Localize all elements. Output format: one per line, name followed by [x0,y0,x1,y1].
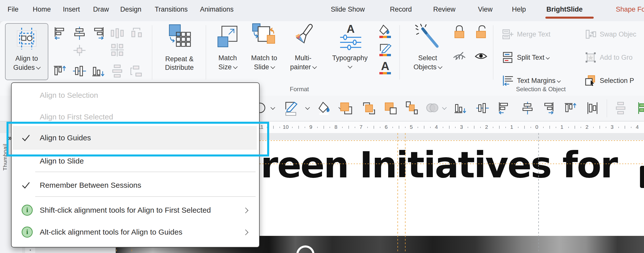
match-size-button[interactable]: Match Size [211,23,244,79]
ruler-tick [568,127,569,128]
tab-shape-format[interactable]: Shape Fo [616,6,644,13]
ruler-number: 3 [460,124,463,130]
distribute-vertically-icon[interactable] [111,65,124,79]
add-to-group-button[interactable]: Add to Gro [585,51,633,64]
center-on-slide-icon[interactable] [73,44,86,57]
shape-fill-icon[interactable] [316,101,332,116]
ruler-tick [499,126,500,129]
swap-objects-button[interactable]: Swap Objec [585,28,636,40]
send-backward-icon[interactable] [384,101,398,116]
group-label-selection-object: Selection & Object [516,86,566,93]
align-left-icon[interactable] [53,27,66,41]
ruler-tick [480,127,481,128]
selection-pane-label: Selection P [600,77,634,85]
align-center-icon[interactable] [521,102,534,115]
align-right-icon[interactable] [92,27,105,41]
grid-align-icon[interactable] [111,43,124,57]
horizontal-gap-icon[interactable] [130,27,143,41]
tab-record[interactable]: Record [390,6,412,13]
merge-text-button[interactable]: Merge Text [502,28,550,40]
align-middle-icon[interactable] [73,65,86,79]
tab-design[interactable]: Design [120,6,141,13]
align-center-icon[interactable] [73,27,86,41]
selection-pane-button[interactable]: Selection P [585,75,634,87]
menu-separator [35,196,256,197]
info-icon: i [22,205,33,216]
chevron-down-icon [557,79,561,83]
text-color-icon[interactable]: A [378,60,392,77]
menu-item-remember-between-sessions[interactable]: Remember Between Sessions [40,181,141,189]
guide-vertical-b[interactable] [405,133,406,253]
text-margins-button[interactable]: Text Margins [502,75,560,87]
ruler-number: 2 [485,124,488,130]
tab-animations[interactable]: Animations [200,6,234,13]
bring-to-front-icon[interactable] [339,101,353,116]
lock-icon[interactable] [453,25,466,41]
chevron-down-icon[interactable] [270,105,275,110]
align-top-icon[interactable] [564,102,577,115]
ribbon-separator [206,25,206,80]
tab-transitions[interactable]: Transitions [155,6,188,13]
outline-color-icon[interactable] [378,42,392,58]
align-bottom-icon[interactable] [454,102,467,115]
chevron-down-icon [348,64,352,68]
unlock-icon[interactable] [474,25,489,41]
align-left-green-icon[interactable] [637,102,644,115]
distribute-vertically-disabled-icon[interactable] [614,102,627,115]
menu-item-alt-click-info[interactable]: Alt-click alignment tools for Align to G… [40,228,182,236]
select-objects-button[interactable]: Select Objects [408,23,448,79]
slide-title-text[interactable]: reen Initiatives for [261,144,617,186]
tab-file[interactable]: File [8,6,19,13]
reorder-objects-icon[interactable] [405,101,418,116]
menu-item-shift-click-info[interactable]: Shift-click alignment tools for Align to… [40,206,211,214]
tab-draw[interactable]: Draw [93,6,109,13]
split-text-button[interactable]: Split Text [502,51,549,64]
hide-object-icon[interactable] [453,50,466,62]
align-bottom-icon[interactable] [92,65,105,79]
typography-button[interactable]: A Typography [327,23,373,79]
match-to-slide-button[interactable]: Match to Slide [247,23,282,79]
distribute-horizontally-icon[interactable] [111,27,124,41]
distribute-horizontally-icon[interactable] [586,102,599,115]
repeat-distribute-button[interactable]: Repeat & Distribute [155,23,203,79]
tab-brightslide[interactable]: BrightSlide [546,6,583,13]
menu-item-align-to-slide[interactable]: Align to Slide [40,157,84,165]
tab-insert[interactable]: Insert [63,6,80,13]
menu-item-align-to-selection[interactable]: Align to Selection [40,91,98,100]
align-right-icon[interactable] [542,102,555,115]
show-object-icon[interactable] [474,50,488,62]
fill-color-icon[interactable] [378,24,392,40]
ruler-tick [355,127,355,128]
align-top-icon[interactable] [53,65,66,79]
tab-help[interactable]: Help [512,6,526,13]
chevron-down-icon[interactable] [442,105,447,110]
shape-outline-icon[interactable] [283,100,298,117]
active-tab-underline [545,17,594,19]
chevron-down-icon[interactable] [305,105,310,110]
ruler-number: 7 [359,124,363,130]
align-to-guides-button[interactable]: Align to Guides [5,23,48,80]
align-left-icon[interactable] [498,102,510,115]
merge-shapes-icon[interactable] [426,102,439,115]
tab-review[interactable]: Review [433,6,456,13]
tab-slide-show[interactable]: Slide Show [331,6,365,13]
vertical-gap-icon[interactable] [130,65,143,79]
tab-view[interactable]: View [478,6,493,13]
repeat-distribute-icon [167,24,192,55]
menu-item-align-to-first-selected[interactable]: Align to First Selected [40,113,113,121]
match-size-icon [216,24,240,50]
chevron-down-icon [312,64,317,69]
multi-painter-button[interactable]: Multi- painter [287,23,319,79]
guide-vertical-center[interactable] [538,133,539,253]
ruler-tick [531,127,531,128]
ruler-tick [374,126,374,129]
bring-forward-icon[interactable] [362,101,376,116]
group-label-format: Format [290,86,309,93]
align-middle-icon[interactable] [476,102,489,115]
guide-vertical-a[interactable] [397,133,398,253]
ruler-tick [606,127,606,128]
text-margins-label: Text Margins [517,77,555,85]
ruler-number: 4 [636,124,639,130]
tab-home[interactable]: Home [33,6,51,13]
chevron-down-icon [546,55,550,59]
